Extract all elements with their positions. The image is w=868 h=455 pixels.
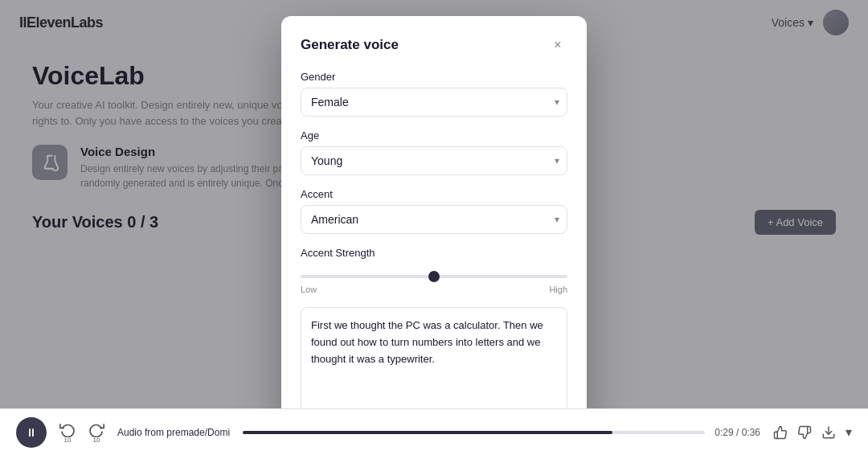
time-display: 0:29 / 0:36	[714, 427, 760, 438]
accent-strength-label: Accent Strength	[301, 247, 567, 259]
age-label: Age	[301, 129, 567, 141]
slider-low-label: Low	[301, 285, 317, 294]
modal-header: Generate voice ×	[301, 35, 567, 55]
accent-strength-slider[interactable]	[301, 275, 567, 278]
thumbs-up-button[interactable]	[773, 425, 788, 440]
thumbs-down-button[interactable]	[797, 425, 812, 440]
age-group: Age Young Middle Aged Old ▾	[301, 129, 567, 175]
audio-info: Audio from premade/Domi	[117, 427, 230, 438]
progress-track[interactable]	[243, 431, 705, 434]
skip-back-button[interactable]: 10	[59, 421, 76, 444]
chevron-down-icon: ▾	[845, 424, 852, 440]
progress-fill	[243, 431, 612, 434]
download-button[interactable]	[821, 425, 836, 440]
accent-select[interactable]: American British Australian Indian	[301, 205, 567, 234]
gender-label: Gender	[301, 71, 567, 83]
slider-labels: Low High	[301, 285, 567, 294]
accent-strength-slider-container	[301, 267, 567, 281]
gender-group: Gender Female Male Other ▾	[301, 71, 567, 117]
modal-title: Generate voice	[301, 37, 399, 53]
audio-controls-right: ▾	[773, 424, 852, 440]
slider-high-label: High	[549, 285, 567, 294]
expand-button[interactable]: ▾	[845, 424, 852, 440]
age-select[interactable]: Young Middle Aged Old	[301, 146, 567, 175]
accent-label: Accent	[301, 188, 567, 200]
audio-player-bar: ⏸ 10 10 Audio from premade/Domi 0:29 / 0…	[0, 408, 868, 455]
close-button[interactable]: ×	[548, 35, 567, 55]
accent-group: Accent American British Australian India…	[301, 188, 567, 234]
voice-text-input[interactable]	[301, 307, 567, 412]
accent-select-wrapper: American British Australian Indian ▾	[301, 205, 567, 234]
skip-forward-button[interactable]: 10	[88, 421, 104, 444]
accent-strength-section: Accent Strength Low High	[301, 247, 567, 294]
generate-voice-modal: Generate voice × Gender Female Male Othe…	[281, 16, 587, 434]
age-select-wrapper: Young Middle Aged Old ▾	[301, 146, 567, 175]
gender-select-wrapper: Female Male Other ▾	[301, 88, 567, 117]
progress-area: 0:29 / 0:36	[243, 427, 760, 438]
gender-select[interactable]: Female Male Other	[301, 88, 567, 117]
audio-source: Audio from premade/Domi	[117, 427, 230, 438]
modal-overlay: Generate voice × Gender Female Male Othe…	[0, 0, 868, 455]
play-pause-button[interactable]: ⏸	[16, 417, 47, 448]
pause-icon: ⏸	[26, 426, 37, 439]
